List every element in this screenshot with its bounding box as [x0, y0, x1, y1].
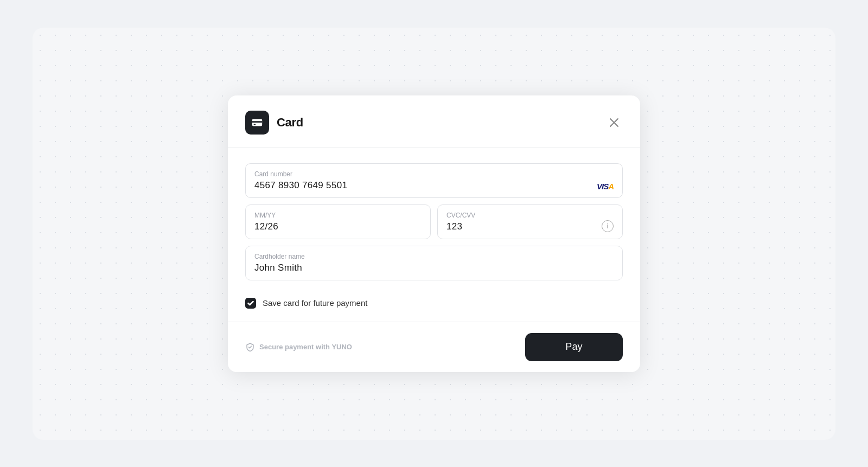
close-button[interactable]: [605, 114, 623, 131]
secure-text-prefix: Secure payment with: [259, 343, 331, 351]
header-left: Card: [245, 111, 303, 135]
close-icon: [609, 118, 619, 127]
cvv-info-icon[interactable]: i: [602, 220, 614, 232]
svg-rect-1: [252, 121, 262, 123]
modal-body: Card number 4567 8930 7649 5501 VISA MM/…: [228, 148, 640, 322]
card-number-content: Card number 4567 8930 7649 5501: [254, 170, 347, 191]
modal-header: Card: [228, 95, 640, 148]
modal-title: Card: [277, 116, 303, 130]
cardholder-field[interactable]: Cardholder name John Smith: [245, 246, 623, 280]
cardholder-value: John Smith: [254, 263, 614, 273]
secure-badge: Secure payment with YUNO: [245, 342, 352, 352]
expiry-value: 12/26: [254, 221, 422, 232]
shield-icon: [245, 342, 255, 352]
cardholder-label: Cardholder name: [254, 253, 614, 260]
save-card-checkbox[interactable]: [245, 298, 256, 309]
payment-modal: Card Card number 4567 8930 7649 5501: [228, 95, 640, 372]
visa-logo: VISA: [597, 182, 614, 191]
secure-text: Secure payment with YUNO: [259, 343, 352, 351]
card-number-value: 4567 8930 7649 5501: [254, 180, 347, 191]
pay-button[interactable]: Pay: [525, 333, 623, 361]
cvv-label: CVC/CVV: [446, 212, 475, 219]
expiry-label: MM/YY: [254, 212, 422, 219]
expiry-field[interactable]: MM/YY 12/26: [245, 204, 431, 239]
cvv-row: CVC/CVV 123 i: [446, 212, 614, 232]
card-icon: [251, 117, 263, 129]
card-number-label: Card number: [254, 170, 347, 178]
checkmark-icon: [247, 300, 254, 306]
expiry-cvv-row: MM/YY 12/26 CVC/CVV 123 i: [245, 204, 623, 239]
card-number-field[interactable]: Card number 4567 8930 7649 5501 VISA: [245, 163, 623, 198]
modal-footer: Secure payment with YUNO Pay: [228, 322, 640, 372]
background: Card Card number 4567 8930 7649 5501: [33, 28, 835, 440]
save-card-row[interactable]: Save card for future payment: [245, 287, 623, 322]
cvv-content: CVC/CVV 123: [446, 212, 475, 232]
cvv-value: 123: [446, 221, 475, 232]
card-number-row: Card number 4567 8930 7649 5501 VISA: [254, 170, 614, 191]
card-icon-box: [245, 111, 269, 135]
save-card-label: Save card for future payment: [263, 298, 367, 308]
cvv-field[interactable]: CVC/CVV 123 i: [437, 204, 623, 239]
svg-rect-2: [254, 124, 256, 125]
brand-name: YUNO: [331, 343, 352, 351]
